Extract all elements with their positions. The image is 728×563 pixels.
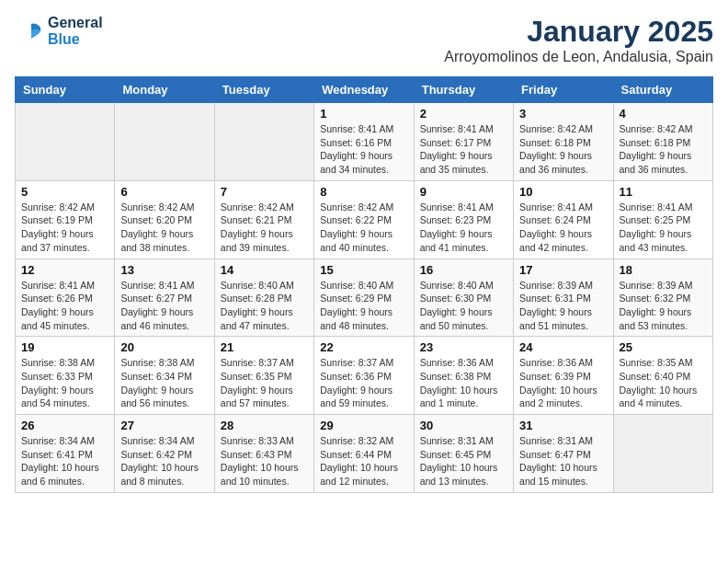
calendar-cell: 30Sunrise: 8:31 AMSunset: 6:45 PMDayligh…	[414, 415, 513, 493]
day-info: Sunrise: 8:42 AMSunset: 6:18 PMDaylight:…	[519, 122, 607, 177]
logo-bird-icon	[15, 17, 44, 46]
day-number: 6	[120, 185, 208, 199]
day-header-friday: Friday	[514, 77, 613, 103]
day-info: Sunrise: 8:42 AMSunset: 6:18 PMDaylight:…	[620, 122, 707, 177]
day-header-sunday: Sunday	[16, 77, 115, 103]
calendar-cell: 17Sunrise: 8:39 AMSunset: 6:31 PMDayligh…	[514, 259, 613, 337]
day-number: 2	[420, 107, 507, 121]
calendar-cell: 5Sunrise: 8:42 AMSunset: 6:19 PMDaylight…	[16, 180, 115, 259]
day-info: Sunrise: 8:34 AMSunset: 6:41 PMDaylight:…	[21, 434, 108, 488]
day-number: 31	[519, 419, 607, 432]
day-header-saturday: Saturday	[613, 77, 712, 103]
calendar-cell	[214, 103, 313, 181]
day-info: Sunrise: 8:41 AMSunset: 6:27 PMDaylight:…	[120, 279, 208, 333]
calendar-cell: 9Sunrise: 8:41 AMSunset: 6:23 PMDaylight…	[414, 180, 513, 259]
day-number: 15	[320, 263, 407, 277]
day-header-monday: Monday	[115, 77, 214, 103]
day-info: Sunrise: 8:37 AMSunset: 6:36 PMDaylight:…	[320, 356, 407, 410]
calendar-cell: 12Sunrise: 8:41 AMSunset: 6:26 PMDayligh…	[16, 259, 115, 337]
calendar-cell: 25Sunrise: 8:35 AMSunset: 6:40 PMDayligh…	[613, 337, 712, 415]
day-info: Sunrise: 8:36 AMSunset: 6:38 PMDaylight:…	[420, 356, 507, 410]
calendar-cell: 29Sunrise: 8:32 AMSunset: 6:44 PMDayligh…	[314, 415, 414, 493]
day-number: 11	[620, 185, 707, 199]
day-info: Sunrise: 8:37 AMSunset: 6:35 PMDaylight:…	[221, 356, 308, 410]
day-number: 8	[320, 185, 407, 199]
calendar-cell: 8Sunrise: 8:42 AMSunset: 6:22 PMDaylight…	[314, 180, 414, 259]
day-number: 25	[620, 340, 707, 354]
logo-graphic: General Blue	[15, 15, 103, 47]
page-subtitle: Arroyomolinos de Leon, Andalusia, Spain	[444, 49, 713, 65]
calendar-cell: 22Sunrise: 8:37 AMSunset: 6:36 PMDayligh…	[314, 337, 414, 415]
calendar-cell	[613, 415, 712, 493]
calendar-cell: 1Sunrise: 8:41 AMSunset: 6:16 PMDaylight…	[314, 103, 414, 181]
day-info: Sunrise: 8:42 AMSunset: 6:21 PMDaylight:…	[221, 201, 308, 255]
day-number: 30	[420, 419, 507, 432]
calendar-cell: 11Sunrise: 8:41 AMSunset: 6:25 PMDayligh…	[613, 180, 712, 259]
day-info: Sunrise: 8:36 AMSunset: 6:39 PMDaylight:…	[519, 356, 607, 410]
day-number: 4	[620, 107, 707, 121]
calendar-week-3: 12Sunrise: 8:41 AMSunset: 6:26 PMDayligh…	[16, 259, 713, 337]
day-header-tuesday: Tuesday	[214, 77, 313, 103]
day-info: Sunrise: 8:31 AMSunset: 6:47 PMDaylight:…	[519, 434, 607, 488]
day-info: Sunrise: 8:41 AMSunset: 6:17 PMDaylight:…	[420, 122, 507, 177]
calendar-cell: 10Sunrise: 8:41 AMSunset: 6:24 PMDayligh…	[514, 180, 613, 259]
calendar-cell: 21Sunrise: 8:37 AMSunset: 6:35 PMDayligh…	[214, 337, 313, 415]
day-info: Sunrise: 8:38 AMSunset: 6:33 PMDaylight:…	[21, 356, 108, 410]
day-number: 12	[21, 263, 108, 277]
logo-text-blue: Blue	[48, 31, 103, 48]
logo: General Blue	[15, 15, 103, 47]
day-number: 22	[320, 340, 407, 354]
day-number: 10	[519, 185, 607, 199]
calendar-cell: 18Sunrise: 8:39 AMSunset: 6:32 PMDayligh…	[613, 259, 712, 337]
day-number: 23	[420, 340, 507, 354]
day-number: 26	[21, 419, 108, 432]
calendar-cell: 31Sunrise: 8:31 AMSunset: 6:47 PMDayligh…	[514, 415, 613, 493]
day-number: 20	[120, 340, 208, 354]
logo-text-general: General	[48, 15, 103, 31]
calendar-cell: 23Sunrise: 8:36 AMSunset: 6:38 PMDayligh…	[414, 337, 513, 415]
calendar-cell: 13Sunrise: 8:41 AMSunset: 6:27 PMDayligh…	[115, 259, 214, 337]
day-info: Sunrise: 8:33 AMSunset: 6:43 PMDaylight:…	[221, 434, 308, 488]
day-info: Sunrise: 8:34 AMSunset: 6:42 PMDaylight:…	[120, 434, 208, 488]
day-number: 1	[320, 107, 407, 121]
day-info: Sunrise: 8:38 AMSunset: 6:34 PMDaylight:…	[120, 356, 208, 410]
calendar-week-5: 26Sunrise: 8:34 AMSunset: 6:41 PMDayligh…	[16, 415, 713, 493]
calendar-week-4: 19Sunrise: 8:38 AMSunset: 6:33 PMDayligh…	[16, 337, 713, 415]
day-header-row: SundayMondayTuesdayWednesdayThursdayFrid…	[16, 77, 713, 103]
day-number: 3	[519, 107, 607, 121]
calendar-cell: 3Sunrise: 8:42 AMSunset: 6:18 PMDaylight…	[514, 103, 613, 181]
calendar-cell: 2Sunrise: 8:41 AMSunset: 6:17 PMDaylight…	[414, 103, 513, 181]
day-number: 21	[221, 340, 308, 354]
calendar-cell: 7Sunrise: 8:42 AMSunset: 6:21 PMDaylight…	[214, 180, 313, 259]
day-number: 28	[221, 419, 308, 432]
day-number: 14	[221, 263, 308, 277]
day-info: Sunrise: 8:35 AMSunset: 6:40 PMDaylight:…	[620, 356, 707, 410]
day-info: Sunrise: 8:40 AMSunset: 6:29 PMDaylight:…	[320, 279, 407, 333]
calendar-week-2: 5Sunrise: 8:42 AMSunset: 6:19 PMDaylight…	[16, 180, 713, 259]
calendar-cell	[115, 103, 214, 181]
day-info: Sunrise: 8:41 AMSunset: 6:24 PMDaylight:…	[519, 201, 607, 255]
day-info: Sunrise: 8:39 AMSunset: 6:31 PMDaylight:…	[519, 279, 607, 333]
day-info: Sunrise: 8:42 AMSunset: 6:22 PMDaylight:…	[320, 201, 407, 255]
day-number: 27	[120, 419, 208, 432]
calendar-cell: 24Sunrise: 8:36 AMSunset: 6:39 PMDayligh…	[514, 337, 613, 415]
day-number: 19	[21, 340, 108, 354]
day-number: 16	[420, 263, 507, 277]
header: General Blue January 2025 Arroyomolinos …	[15, 15, 713, 65]
calendar-table: SundayMondayTuesdayWednesdayThursdayFrid…	[15, 76, 713, 493]
day-header-wednesday: Wednesday	[314, 77, 414, 103]
calendar-cell: 16Sunrise: 8:40 AMSunset: 6:30 PMDayligh…	[414, 259, 513, 337]
calendar-cell	[16, 103, 115, 181]
day-number: 24	[519, 340, 607, 354]
day-info: Sunrise: 8:42 AMSunset: 6:20 PMDaylight:…	[120, 201, 208, 255]
day-info: Sunrise: 8:42 AMSunset: 6:19 PMDaylight:…	[21, 201, 108, 255]
day-info: Sunrise: 8:41 AMSunset: 6:16 PMDaylight:…	[320, 122, 407, 177]
day-number: 13	[120, 263, 208, 277]
calendar-cell: 20Sunrise: 8:38 AMSunset: 6:34 PMDayligh…	[115, 337, 214, 415]
day-header-thursday: Thursday	[414, 77, 513, 103]
day-info: Sunrise: 8:39 AMSunset: 6:32 PMDaylight:…	[620, 279, 707, 333]
day-info: Sunrise: 8:41 AMSunset: 6:23 PMDaylight:…	[420, 201, 507, 255]
calendar-cell: 14Sunrise: 8:40 AMSunset: 6:28 PMDayligh…	[214, 259, 313, 337]
calendar-cell: 6Sunrise: 8:42 AMSunset: 6:20 PMDaylight…	[115, 180, 214, 259]
day-number: 9	[420, 185, 507, 199]
